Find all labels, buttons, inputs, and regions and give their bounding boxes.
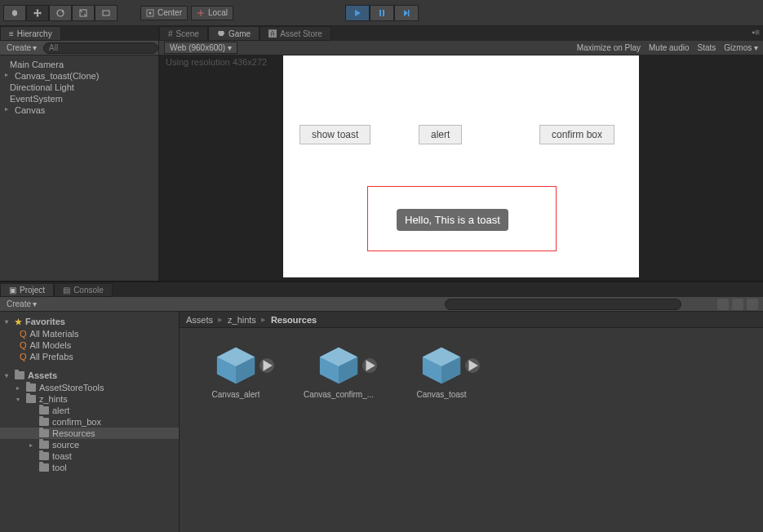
tab-game[interactable]: Game [208,26,260,41]
tree-item-resources[interactable]: Resources [0,428,179,439]
search-icon: Q [20,329,27,339]
tree-item[interactable]: confirm_box [0,416,179,428]
stats-toggle[interactable]: Stats [698,43,716,52]
breadcrumb-item[interactable]: z_hints [228,315,256,325]
tree-item[interactable]: ▾z_hints [0,393,179,405]
play-overlay-icon [465,358,480,373]
folder-icon [39,452,49,460]
folder-icon [39,406,49,415]
maximize-toggle[interactable]: Maximize on Play [577,43,641,52]
project-search-input[interactable] [445,299,681,310]
hierarchy-item[interactable]: Directional Light [0,82,158,93]
filter-icon[interactable] [747,299,758,310]
asset-item[interactable]: Canvas_toast [405,344,478,399]
tab-console[interactable]: ▤Console [54,283,113,297]
asset-name: Canvas_confirm_... [304,390,374,399]
main-toolbar: Center Local [0,0,763,26]
hierarchy-item[interactable]: Canvas [0,104,158,116]
step-button[interactable] [394,5,419,21]
pivot-center[interactable]: Center [140,6,188,20]
breadcrumb: Assets ▸ z_hints ▸ Resources [180,312,763,328]
favorite-item[interactable]: QAll Materials [0,328,179,339]
asset-name: Canvas_alert [212,390,260,399]
tree-item[interactable]: tool [0,462,179,473]
pivot-controls: Center Local [140,6,233,20]
folder-icon [39,418,49,426]
assets-header[interactable]: ▾Assets [0,369,179,382]
hierarchy-search-input[interactable] [43,42,158,54]
tab-project[interactable]: ▣Project [0,283,54,297]
tab-context-icon[interactable]: ▪≡ [752,28,760,37]
asset-item[interactable]: Canvas_confirm_... [302,344,375,399]
favorite-item[interactable]: QAll Prefabs [0,351,179,362]
rect-tool[interactable] [95,5,118,21]
project-create-button[interactable]: Create ▾ [3,299,40,309]
svg-rect-2 [103,11,109,16]
hierarchy-item[interactable]: Canvas_toast(Clone) [0,70,158,82]
filter-icon[interactable] [717,299,729,310]
resolution-label: Using resolution 436x272 [166,57,267,67]
breadcrumb-current: Resources [271,315,317,325]
mute-toggle[interactable]: Mute audio [649,43,689,52]
dropdown-icon: ▾ [33,43,37,52]
alert-button[interactable]: alert [419,125,462,144]
tab-hierarchy[interactable]: ≡Hierarchy [0,26,61,41]
pivot-local-label: Local [208,8,228,17]
aspect-dropdown[interactable]: Web (960x600) ▾ [164,42,237,54]
tree-item[interactable]: ▸AssetStoreTools [0,382,179,393]
project-content: Assets ▸ z_hints ▸ Resources Canvas_aler… [180,312,763,532]
prefab-icon [315,344,362,387]
svg-rect-6 [383,10,384,16]
search-icon: Q [20,352,27,361]
tab-project-label: Project [20,286,45,295]
favorites-header[interactable]: ▾★Favorites [0,315,179,328]
gizmos-toggle[interactable]: Gizmos ▾ [724,43,758,52]
asset-name: Canvas_toast [416,390,466,399]
play-overlay-icon [362,358,377,373]
asset-grid: Canvas_alert Canvas_confirm_... Canvas_t… [180,328,763,532]
project-tree: ▾★Favorites QAll Materials QAll Models Q… [0,312,180,532]
prefab-icon [212,344,260,387]
scene-icon: # [168,29,173,38]
breadcrumb-sep: ▸ [218,314,223,325]
folder-icon [26,395,36,403]
dropdown-icon: ▾ [228,43,232,52]
breadcrumb-item[interactable]: Assets [186,315,213,325]
tab-scene-label: Scene [176,29,199,38]
hierarchy-item[interactable]: EventSystem [0,93,158,104]
project-icon: ▣ [9,286,16,295]
tab-game-label: Game [228,29,251,38]
folder-icon [26,383,36,392]
svg-rect-5 [379,10,381,16]
tree-item[interactable]: alert [0,405,179,416]
dropdown-icon: ▾ [754,43,758,52]
pause-button[interactable] [370,5,394,21]
play-button[interactable] [345,5,370,21]
rotate-tool[interactable] [49,5,72,21]
tab-scene[interactable]: #Scene [159,26,208,41]
favorite-item[interactable]: QAll Models [0,339,179,351]
search-icon: Q [20,340,27,350]
hand-tool[interactable] [3,5,26,21]
hierarchy-icon: ≡ [9,29,14,38]
hierarchy-item[interactable]: Main Camera [0,59,158,70]
show-toast-button[interactable]: show toast [299,125,370,144]
transform-tools [3,5,118,21]
tab-asset-store[interactable]: 🅰Asset Store [260,26,331,41]
dropdown-icon: ▾ [33,299,37,308]
hierarchy-create-button[interactable]: Create ▾ [3,42,40,53]
move-tool[interactable] [26,5,49,21]
tree-item[interactable]: toast [0,450,179,462]
asset-item[interactable]: Canvas_alert [199,344,273,399]
folder-icon [39,463,49,472]
tree-item[interactable]: ▸source [0,439,179,450]
hierarchy-panel: ≡Hierarchy Create ▾ Main Camera Canvas_t… [0,26,159,281]
pivot-local[interactable]: Local [191,6,233,20]
filter-icon[interactable] [732,299,743,310]
scale-tool[interactable] [72,5,95,21]
confirm-box-button[interactable]: confirm box [539,125,614,144]
project-panel: ▣Project ▤Console Create ▾ ▾★Favorites Q… [0,281,763,532]
assetstore-icon: 🅰 [268,29,277,38]
folder-icon [15,371,24,379]
center-panel: #Scene Game 🅰Asset Store ▪≡ Web (960x600… [159,26,763,281]
